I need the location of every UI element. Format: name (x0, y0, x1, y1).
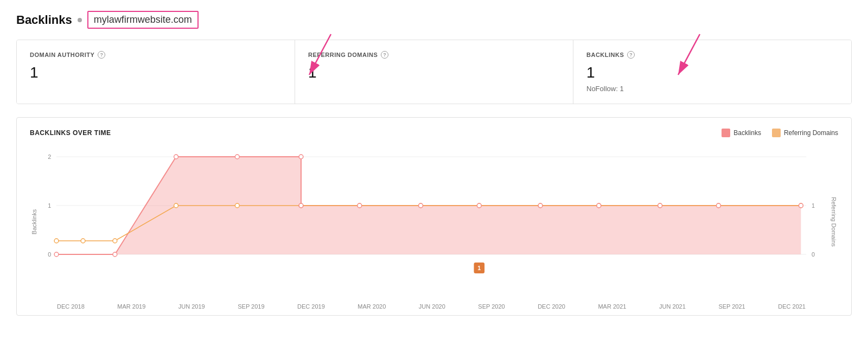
x-label-dec2021: DEC 2021 (778, 303, 806, 310)
cards-with-arrows: Domain Authority ? 1 Referring Domains ?… (16, 40, 852, 104)
x-label-sep2020: SEP 2020 (478, 303, 505, 310)
x-label-dec2020: DEC 2020 (538, 303, 565, 310)
x-label-mar2019: MAR 2019 (117, 303, 145, 310)
stat-label-referring-domains: Referring Domains ? (308, 51, 560, 59)
dot (419, 203, 423, 208)
legend-color-referring (772, 129, 781, 137)
dot (717, 203, 721, 208)
svg-text:Backlinks: Backlinks (31, 209, 37, 234)
chart-legend: Backlinks Referring Domains (722, 129, 838, 137)
x-label-jun2020: JUN 2020 (419, 303, 445, 310)
stat-card-backlinks: Backlinks ? 1 NoFollow: 1 (573, 40, 851, 104)
dot (54, 239, 59, 243)
chart-wrapper: 2 1 0 1 0 Backlinks Referring Domains (30, 146, 838, 310)
dot (597, 203, 601, 208)
svg-text:1: 1 (477, 265, 481, 271)
svg-text:1: 1 (812, 202, 815, 209)
dot (113, 252, 117, 257)
header-dot (78, 18, 82, 22)
chart-svg: 2 1 0 1 0 Backlinks Referring Domains (30, 146, 838, 298)
info-icon-backlinks[interactable]: ? (627, 51, 635, 59)
stat-cards-row: Domain Authority ? 1 Referring Domains ?… (16, 40, 852, 104)
stat-sub-backlinks: NoFollow: 1 (586, 85, 838, 93)
page-header: Backlinks mylawfirmwebsite.com (16, 11, 852, 29)
stat-label-backlinks: Backlinks ? (586, 51, 838, 59)
chart-section: Backlinks Over Time Backlinks Referring … (16, 117, 852, 316)
svg-text:1: 1 (48, 202, 51, 209)
dot (235, 203, 239, 208)
stat-card-referring-domains: Referring Domains ? 1 (295, 40, 573, 104)
stat-value-backlinks: 1 (586, 64, 838, 81)
stat-label-domain-authority: Domain Authority ? (30, 51, 282, 59)
dot (54, 252, 59, 257)
domain-input[interactable]: mylawfirmwebsite.com (87, 11, 199, 29)
dot (113, 239, 117, 243)
x-label-dec2018: DEC 2018 (57, 303, 85, 310)
svg-text:0: 0 (48, 251, 51, 258)
x-label-mar2021: MAR 2021 (598, 303, 626, 310)
dot (174, 203, 178, 208)
legend-referring-domains: Referring Domains (772, 129, 838, 137)
legend-label-backlinks: Backlinks (733, 129, 761, 137)
dot (174, 155, 178, 159)
page-title: Backlinks (16, 13, 72, 27)
dot (799, 203, 803, 208)
stat-card-domain-authority: Domain Authority ? 1 (17, 40, 295, 104)
dot (81, 239, 85, 243)
dot (358, 203, 362, 208)
chart-header: Backlinks Over Time Backlinks Referring … (30, 129, 838, 137)
dot (477, 203, 481, 208)
info-icon-referring-domains[interactable]: ? (381, 51, 388, 59)
svg-text:Referring Domains: Referring Domains (831, 197, 837, 247)
chart-title: Backlinks Over Time (30, 129, 111, 137)
legend-backlinks: Backlinks (722, 129, 761, 137)
stat-value-domain-authority: 1 (30, 64, 282, 81)
dot (538, 203, 542, 208)
x-label-jun2019: JUN 2019 (178, 303, 205, 310)
x-label-jun2021: JUN 2021 (659, 303, 686, 310)
x-label-sep2019: SEP 2019 (238, 303, 264, 310)
dot (299, 203, 303, 208)
svg-text:0: 0 (812, 251, 815, 258)
x-label-mar2020: MAR 2020 (358, 303, 386, 310)
stat-value-referring-domains: 1 (308, 64, 560, 81)
legend-color-backlinks (722, 129, 730, 137)
info-icon-domain-authority[interactable]: ? (98, 51, 105, 59)
dot (299, 155, 303, 159)
x-label-sep2021: SEP 2021 (718, 303, 745, 310)
legend-label-referring: Referring Domains (784, 129, 838, 137)
dot (235, 155, 239, 159)
x-label-dec2019: DEC 2019 (297, 303, 325, 310)
x-axis-labels: DEC 2018 MAR 2019 JUN 2019 SEP 2019 DEC … (30, 300, 838, 310)
svg-text:2: 2 (48, 153, 51, 160)
dot (658, 203, 662, 208)
